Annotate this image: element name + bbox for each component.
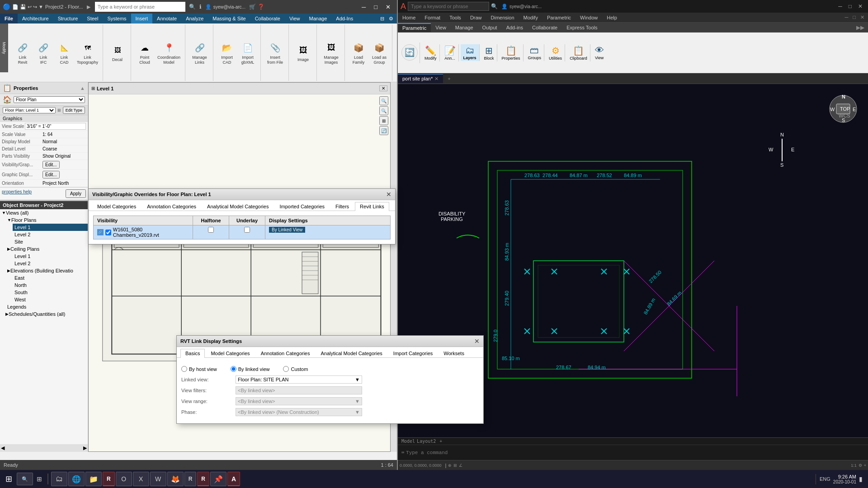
phase-dropdown-icon[interactable]: ▼	[355, 409, 360, 415]
taskbar-taskview-btn[interactable]: ⊞	[34, 473, 45, 485]
taskbar-revit2-btn[interactable]: R	[184, 472, 197, 486]
scroll-left[interactable]: ◀	[1, 445, 5, 451]
cad-min-btn[interactable]: ─	[835, 3, 845, 9]
radio-linked-input[interactable]	[231, 366, 236, 372]
vtab-imported[interactable]: Imported Categories	[274, 202, 330, 211]
cad-zoom-btn[interactable]: +	[864, 463, 866, 468]
tree-west[interactable]: West	[13, 296, 88, 303]
linked-view-dropdown-icon[interactable]: ▼	[355, 377, 360, 382]
tree-legends[interactable]: Legends	[0, 303, 88, 310]
cad-utilities-btn[interactable]: ⚙ Utilities	[546, 44, 565, 61]
cad-menu-draw[interactable]: Draw	[466, 14, 486, 21]
view-dropdown[interactable]: Floor Plan: Level 1	[3, 107, 56, 113]
cad-menu-window[interactable]: Window	[576, 14, 602, 21]
link-cad-btn[interactable]: 📐 LinkCAD	[54, 40, 74, 66]
taskbar-revit3-btn[interactable]: R	[197, 472, 209, 486]
radio-host-view[interactable]: By host view	[181, 366, 217, 372]
undo-btn[interactable]: ↩	[28, 4, 32, 10]
zoom-in-btn[interactable]: 🔍	[379, 96, 388, 105]
layout-tab2[interactable]: Layout2	[417, 439, 436, 444]
minimize-btn[interactable]: ─	[358, 2, 369, 12]
coord-model-btn[interactable]: 📍 CoordinationModel	[156, 40, 182, 66]
menu-insert[interactable]: Insert	[131, 14, 153, 23]
taskbar-word-btn[interactable]: W	[150, 472, 166, 486]
app-search-input[interactable]	[95, 2, 185, 12]
cad-snap-btn[interactable]: ⊕	[448, 463, 452, 468]
cad-rtab-parametric[interactable]: Parametric	[398, 23, 431, 32]
radio-linked-view[interactable]: By linked view	[231, 366, 270, 372]
cad-inner-max[interactable]: □	[851, 14, 858, 20]
tree-ceiling-plans[interactable]: ▶ Ceiling Plans	[5, 245, 88, 253]
taskbar-edge-btn[interactable]: 🌐	[68, 472, 85, 486]
cad-groups-btn[interactable]: 🗃 Groups	[525, 44, 545, 61]
load-family-btn[interactable]: 📦 LoadFamily	[349, 40, 368, 66]
properties-scroll-up[interactable]: ▲	[80, 85, 85, 91]
point-cloud-btn[interactable]: ☁ PointCloud	[135, 40, 155, 66]
cad-inner-close[interactable]: ✕	[859, 14, 866, 20]
radio-custom-input[interactable]	[283, 366, 289, 372]
doc-tab-close[interactable]: ✕	[434, 76, 439, 82]
cad-props-btn[interactable]: 📋 Properties	[499, 44, 524, 61]
cad-rtab-manage[interactable]: Manage	[451, 23, 478, 32]
menu-systems[interactable]: Systems	[103, 14, 131, 23]
ribbon-settings[interactable]: ⚙	[387, 16, 395, 22]
edit-type-btn[interactable]: Edit Type	[63, 107, 85, 114]
cad-modify-btn[interactable]: ✏️ Modify	[422, 44, 440, 61]
toolbar-btn[interactable]: 💾	[20, 4, 26, 10]
menu-architecture[interactable]: Architecture	[18, 14, 53, 23]
taskbar-excel-btn[interactable]: X	[133, 472, 149, 486]
cad-rtab-output[interactable]: Output	[478, 23, 502, 32]
menu-structure[interactable]: Structure	[53, 14, 83, 23]
cad-menu-parametric[interactable]: Parametric	[542, 14, 576, 21]
tree-south[interactable]: South	[13, 289, 88, 296]
menu-file[interactable]: File	[0, 14, 18, 23]
nav-wheel-btn[interactable]: 🔄	[379, 126, 388, 135]
halftone-checkbox[interactable]	[208, 227, 214, 233]
cad-block-btn[interactable]: ⊞ Block	[481, 44, 497, 61]
cad-new-tab[interactable]: +	[443, 75, 455, 83]
tree-level2[interactable]: Level 2	[13, 231, 88, 238]
view-scale-input[interactable]	[25, 123, 86, 130]
cad-search-input[interactable]	[408, 2, 489, 11]
start-button[interactable]: ⊞	[2, 471, 16, 487]
properties-help-link[interactable]: properties help	[2, 189, 32, 198]
prop-type-dropdown[interactable]: Floor Plan	[14, 96, 85, 103]
close-btn[interactable]: ✕	[382, 2, 394, 12]
cad-cmd-input[interactable]	[406, 450, 864, 455]
zoom-fit-btn[interactable]: ⊞	[379, 116, 388, 125]
menu-steel[interactable]: Steel	[82, 14, 103, 23]
ribbon-toggle[interactable]: ⊟	[378, 16, 386, 22]
taskbar-explorer-btn[interactable]: 📁	[85, 472, 102, 486]
cad-doc-tab-active[interactable]: port site plan* ✕	[398, 74, 443, 83]
add-layout[interactable]: +	[439, 439, 442, 444]
cad-ribbon-expand[interactable]: ▶▶	[853, 24, 868, 31]
import-cad-btn[interactable]: 📂 ImportCAD	[217, 40, 237, 66]
rvt-tab-annotation[interactable]: Annotation Categories	[256, 349, 315, 357]
underlay-checkbox[interactable]	[244, 227, 250, 233]
visibility-dialog-close[interactable]: ✕	[386, 191, 392, 198]
show-desktop-btn[interactable]: ▮	[859, 475, 863, 483]
vtab-filters[interactable]: Filters	[330, 202, 354, 211]
cad-layers-btn[interactable]: 🗂 Layers	[461, 44, 480, 61]
taskbar-autocad-btn[interactable]: A	[227, 472, 240, 486]
tray-clock[interactable]: 9:26 AM 2020-10-01	[833, 474, 856, 484]
taskbar-firefox-btn[interactable]: 🦊	[167, 472, 184, 486]
taskbar-files-btn[interactable]: 🗂	[51, 472, 67, 486]
toolbar-more[interactable]: ▼	[38, 4, 43, 10]
decal-btn[interactable]: 🖼 Decal	[108, 42, 127, 63]
tree-site[interactable]: Site	[13, 238, 88, 245]
scroll-right[interactable]: ▶	[83, 445, 87, 451]
load-group-btn[interactable]: 📦 Load asGroup	[369, 40, 389, 66]
cad-rtab-view[interactable]: View	[431, 23, 451, 32]
taskbar-search-btn[interactable]: 🔍	[17, 473, 33, 485]
taskbar-outlook-btn[interactable]: O	[116, 472, 132, 486]
vtab-model[interactable]: Model Categories	[92, 202, 141, 211]
redo-btn[interactable]: ↪	[33, 4, 37, 10]
vtab-annotation[interactable]: Annotation Categories	[142, 202, 201, 211]
apply-btn[interactable]: Apply	[66, 189, 86, 198]
vtab-analytical[interactable]: Analytical Model Categories	[202, 202, 274, 211]
insert-file-btn[interactable]: 📎 Insertfrom File	[265, 40, 285, 66]
cad-polar-btn[interactable]: ∠	[459, 463, 462, 468]
tree-east[interactable]: East	[13, 274, 88, 282]
menu-manage[interactable]: Manage	[305, 14, 332, 23]
